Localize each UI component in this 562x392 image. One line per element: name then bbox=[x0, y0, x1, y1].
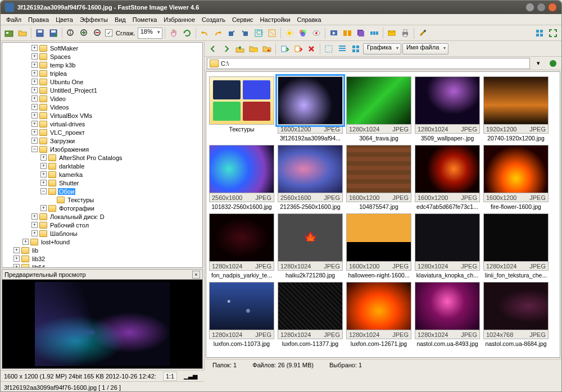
thumbnail[interactable]: 1280x1024JPEGlinii_fon_tekstura_che... bbox=[483, 213, 549, 279]
expand-icon[interactable]: + bbox=[13, 247, 20, 253]
thumbnail[interactable]: 1280x1024JPEGluxfon.com-11377.jpg bbox=[277, 282, 343, 347]
tree-item[interactable]: +Локальный диск: D bbox=[2, 212, 202, 221]
expand-icon[interactable]: + bbox=[31, 79, 38, 85]
tree-item[interactable]: −Изображения bbox=[2, 145, 202, 153]
sort-combo[interactable]: Имя файла bbox=[402, 43, 448, 54]
thumbnail[interactable]: 1600x1200JPEGhalloween-night-1600... bbox=[346, 213, 412, 279]
expand-icon[interactable]: + bbox=[31, 104, 38, 110]
fullscreen-icon[interactable] bbox=[547, 27, 559, 39]
batch-icon[interactable] bbox=[355, 27, 367, 39]
expand-icon[interactable]: + bbox=[31, 129, 38, 135]
expand-icon[interactable]: + bbox=[31, 121, 38, 127]
minimize-button[interactable] bbox=[525, 3, 534, 12]
tree-item[interactable]: +kamerka bbox=[2, 170, 202, 179]
expand-icon[interactable]: − bbox=[31, 146, 38, 152]
rotate-right-icon[interactable] bbox=[239, 27, 251, 39]
thumbnail[interactable]: 1600x1200JPEG104875547.jpg bbox=[346, 145, 412, 210]
print-icon[interactable] bbox=[399, 27, 411, 39]
expand-icon[interactable]: + bbox=[31, 112, 38, 118]
slideshow-icon[interactable] bbox=[328, 27, 340, 39]
zoom-out-icon[interactable] bbox=[92, 27, 104, 39]
thumbnail-grid[interactable]: Текстуры1600x1200JPEG3f126192aa3099af94.… bbox=[206, 71, 560, 358]
zoom-actual-icon[interactable]: 1 bbox=[65, 27, 77, 39]
expand-icon[interactable]: + bbox=[13, 264, 20, 268]
acquire-icon[interactable] bbox=[3, 27, 15, 39]
tree-item[interactable]: +Загрузки bbox=[2, 136, 202, 145]
copy-to-icon[interactable] bbox=[278, 43, 291, 55]
zoom-combo[interactable]: 18% bbox=[138, 28, 162, 39]
brightness-icon[interactable] bbox=[283, 27, 296, 39]
histogram-icon[interactable]: ▁▃▅ bbox=[184, 372, 197, 380]
tree-item[interactable]: +Фотографии bbox=[2, 204, 202, 212]
undo-icon[interactable] bbox=[198, 27, 211, 39]
tree-item[interactable]: +virtual-drives bbox=[2, 120, 202, 128]
address-dropdown-icon[interactable]: ▾ bbox=[532, 57, 545, 70]
menu-Файл[interactable]: Файл bbox=[3, 15, 25, 24]
tree-item[interactable]: Текстуры bbox=[2, 195, 202, 204]
tree-item[interactable]: +VirtualBox VMs bbox=[2, 111, 202, 120]
menu-Создать[interactable]: Создать bbox=[198, 15, 229, 24]
thumbnail[interactable]: 1280x1024JPEGnastol.com.ua-8493.jpg bbox=[414, 282, 481, 347]
rotate-left-icon[interactable] bbox=[225, 27, 238, 39]
back-icon[interactable] bbox=[207, 43, 219, 55]
tree-item[interactable]: +lib32 bbox=[2, 254, 202, 263]
thumbnail[interactable]: 1280x1024JPEGluxfon.com-12671.jpg bbox=[346, 282, 412, 347]
up-folder-icon[interactable] bbox=[234, 43, 246, 55]
expand-icon[interactable]: + bbox=[31, 213, 38, 220]
zoom-in-icon[interactable] bbox=[78, 27, 90, 39]
menu-Избранное[interactable]: Избранное bbox=[160, 15, 198, 24]
save-icon[interactable] bbox=[34, 27, 46, 39]
close-button[interactable] bbox=[548, 3, 557, 12]
expand-icon[interactable]: + bbox=[31, 222, 38, 228]
tree-item[interactable]: +SoftMaker bbox=[2, 44, 202, 52]
expand-icon[interactable]: + bbox=[31, 62, 38, 68]
tree-item[interactable]: +Video bbox=[2, 94, 202, 103]
expand-icon[interactable]: + bbox=[22, 239, 29, 245]
thumbnail[interactable]: 1600x1200JPEGfire-flower-1600.jpg bbox=[483, 145, 549, 210]
zoom-ratio[interactable]: 1:1 bbox=[163, 372, 177, 381]
tree-item[interactable]: +temp k3b bbox=[2, 61, 202, 69]
menu-Сервис[interactable]: Сервис bbox=[229, 15, 257, 24]
expand-icon[interactable]: + bbox=[40, 163, 47, 169]
thumbnail[interactable]: 1600x1200JPEGedc47ab5d667fe73c1... bbox=[414, 145, 481, 210]
expand-icon[interactable]: + bbox=[31, 95, 38, 102]
settings-icon[interactable] bbox=[416, 27, 429, 39]
resize-icon[interactable] bbox=[266, 27, 278, 39]
tree-item[interactable]: +Шаблоны bbox=[2, 229, 202, 238]
compare-icon[interactable] bbox=[341, 27, 353, 39]
menu-Правка[interactable]: Правка bbox=[25, 15, 52, 24]
expand-icon[interactable]: + bbox=[40, 205, 47, 211]
tree-item[interactable]: +Videos bbox=[2, 103, 202, 111]
view-thumbnails-icon[interactable] bbox=[533, 27, 546, 39]
refresh-icon[interactable] bbox=[181, 27, 193, 39]
expand-icon[interactable]: + bbox=[31, 138, 38, 144]
thumbnail[interactable]: 1280x1024JPEG3064_trava.jpg bbox=[346, 76, 412, 142]
save-as-icon[interactable] bbox=[47, 27, 60, 39]
expand-icon[interactable]: + bbox=[31, 230, 38, 236]
address-input[interactable]: C:\ bbox=[207, 58, 530, 69]
thumbnail[interactable]: 1280x1024JPEGhaiku2k721280.jpg bbox=[277, 213, 343, 279]
expand-icon[interactable]: + bbox=[31, 87, 38, 93]
tree-item[interactable]: +lib64 bbox=[2, 263, 202, 268]
menu-Вид[interactable]: Вид bbox=[111, 15, 129, 24]
maximize-button[interactable] bbox=[537, 3, 546, 12]
new-folder-icon[interactable] bbox=[247, 43, 260, 55]
tree-item[interactable]: +VLC_проект bbox=[2, 128, 202, 136]
thumbnail[interactable]: 1280x1024JPEGklaviatura_knopka_ch... bbox=[414, 213, 481, 279]
folder-tree[interactable]: +SoftMaker+Spaces+temp k3b+triplea+Ubunt… bbox=[2, 42, 203, 268]
list-view-icon[interactable] bbox=[336, 43, 348, 55]
tree-item[interactable]: +darktable bbox=[2, 162, 202, 170]
preview-close-icon[interactable]: × bbox=[192, 271, 200, 279]
tree-item[interactable]: +lost+found bbox=[2, 238, 202, 246]
filter-combo[interactable]: Графика bbox=[363, 43, 401, 54]
move-to-icon[interactable] bbox=[292, 43, 304, 55]
redeye-icon[interactable] bbox=[310, 27, 323, 39]
address-go-icon[interactable] bbox=[547, 57, 559, 70]
thumbnail[interactable]: 2560x1600JPEG101832-2560x1600.jpg bbox=[209, 145, 275, 210]
thumb-view-icon[interactable] bbox=[350, 43, 362, 55]
tree-item[interactable]: +Spaces bbox=[2, 52, 202, 61]
preview-pane[interactable] bbox=[2, 279, 203, 369]
tree-item[interactable]: +lib bbox=[2, 246, 202, 254]
expand-icon[interactable]: + bbox=[40, 171, 47, 177]
thumbnail[interactable]: 1600x1200JPEG3f126192aa3099af94... bbox=[277, 76, 343, 142]
